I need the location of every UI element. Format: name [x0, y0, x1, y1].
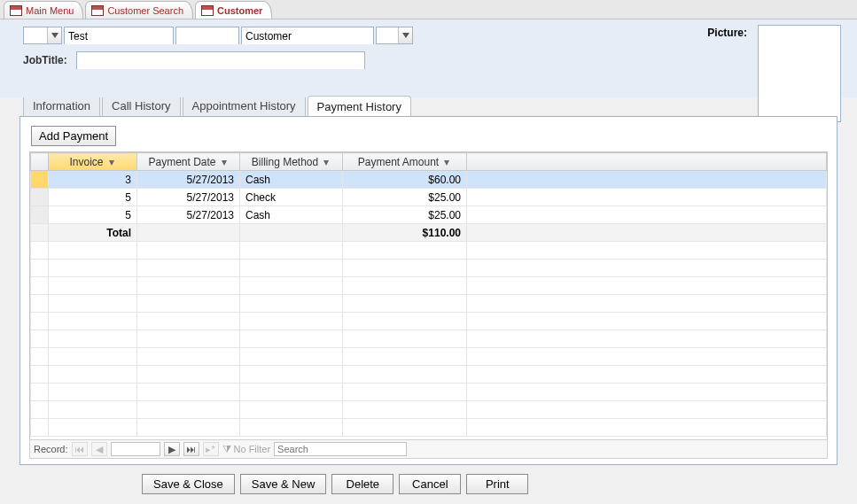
- window-tab-label: Customer: [217, 5, 262, 16]
- empty-row: [31, 401, 827, 419]
- cancel-button[interactable]: Cancel: [399, 474, 461, 494]
- nav-last-icon[interactable]: ⏭: [183, 442, 199, 456]
- chevron-down-icon[interactable]: ▾: [107, 156, 116, 168]
- picture-label: Picture:: [707, 27, 747, 39]
- table-row[interactable]: 3 5/27/2013 Cash $60.00: [31, 171, 827, 189]
- col-label: Payment Date: [148, 156, 215, 168]
- job-title-field[interactable]: [76, 51, 365, 69]
- empty-row: [31, 330, 827, 348]
- record-number-input[interactable]: [111, 442, 160, 456]
- col-billing-method[interactable]: Billing Method▾: [240, 153, 343, 171]
- col-label: Billing Method: [252, 156, 318, 168]
- empty-row: [31, 260, 827, 277]
- cell-empty: [240, 224, 343, 242]
- empty-row: [31, 242, 827, 260]
- empty-row: [31, 277, 827, 295]
- totals-label: Total: [49, 224, 137, 242]
- table-row[interactable]: 5 5/27/2013 Cash $25.00: [31, 206, 827, 224]
- col-invoice[interactable]: Invoice▾: [49, 153, 137, 171]
- record-search-input[interactable]: [274, 442, 407, 456]
- picture-box[interactable]: [758, 25, 841, 122]
- col-spacer: [467, 153, 827, 171]
- chevron-down-icon[interactable]: ▾: [322, 156, 331, 168]
- job-title-input[interactable]: [77, 53, 364, 69]
- col-payment-date[interactable]: Payment Date▾: [137, 153, 240, 171]
- empty-row: [31, 313, 827, 330]
- nav-next-icon[interactable]: ▶: [164, 442, 180, 456]
- name-prefix-combo[interactable]: [23, 27, 62, 44]
- add-payment-button[interactable]: Add Payment: [31, 126, 116, 146]
- chevron-down-icon[interactable]: ▾: [442, 156, 451, 168]
- cell-invoice[interactable]: 3: [49, 171, 137, 189]
- svg-marker-0: [51, 33, 58, 38]
- name-prefix-input[interactable]: [24, 27, 47, 43]
- last-name-input[interactable]: [242, 28, 373, 44]
- first-name-input[interactable]: [65, 28, 173, 44]
- name-suffix-combo[interactable]: [376, 27, 413, 44]
- cell-date[interactable]: 5/27/2013: [137, 206, 240, 224]
- nav-new-icon[interactable]: ▸*: [203, 442, 219, 456]
- col-label: Payment Amount: [358, 156, 439, 168]
- save-close-button[interactable]: Save & Close: [142, 474, 235, 494]
- window-tab-main-menu[interactable]: Main Menu: [4, 1, 83, 19]
- nav-prev-icon[interactable]: ◀: [91, 442, 107, 456]
- cell-spacer: [467, 224, 827, 242]
- tab-information[interactable]: Information: [23, 95, 100, 116]
- first-name-field[interactable]: [64, 27, 174, 44]
- totals-amount: $110.00: [343, 224, 467, 242]
- cell-spacer: [467, 171, 827, 189]
- last-name-field[interactable]: [241, 27, 374, 44]
- cell-spacer: [467, 206, 827, 224]
- chevron-down-icon[interactable]: [398, 27, 412, 43]
- filter-indicator[interactable]: ⧩ No Filter: [222, 443, 271, 455]
- cell-method[interactable]: Cash: [240, 171, 343, 189]
- record-label: Record:: [34, 444, 68, 454]
- row-selector[interactable]: [31, 171, 49, 189]
- col-payment-amount[interactable]: Payment Amount▾: [343, 153, 467, 171]
- name-suffix-input[interactable]: [377, 27, 398, 43]
- empty-row: [31, 348, 827, 366]
- window-tab-label: Customer Search: [107, 5, 183, 16]
- empty-row: [31, 419, 827, 437]
- col-label: Invoice: [69, 156, 103, 168]
- totals-row: Total $110.00: [31, 224, 827, 242]
- empty-row: [31, 366, 827, 384]
- tab-call-history[interactable]: Call History: [102, 95, 180, 116]
- cell-invoice[interactable]: 5: [49, 189, 137, 206]
- cell-empty: [137, 224, 240, 242]
- middle-name-field[interactable]: [175, 27, 239, 44]
- window-tab-customer-search[interactable]: Customer Search: [85, 1, 193, 19]
- payments-grid: Invoice▾ Payment Date▾ Billing Method▾ P…: [29, 151, 828, 440]
- cell-spacer: [467, 189, 827, 206]
- cell-amount[interactable]: $60.00: [343, 171, 467, 189]
- customer-header-form: JobTitle: Picture:: [0, 19, 857, 97]
- row-selector[interactable]: [31, 206, 49, 224]
- empty-row: [31, 384, 827, 401]
- save-new-button[interactable]: Save & New: [240, 474, 327, 494]
- no-filter-label: No Filter: [234, 444, 271, 454]
- record-navigator: Record: ⏮ ◀ ▶ ⏭ ▸* ⧩ No Filter: [29, 439, 828, 459]
- chevron-down-icon[interactable]: [47, 27, 61, 43]
- table-row[interactable]: 5 5/27/2013 Check $25.00: [31, 189, 827, 206]
- cell-date[interactable]: 5/27/2013: [137, 189, 240, 206]
- cell-amount[interactable]: $25.00: [343, 189, 467, 206]
- row-selector[interactable]: [31, 189, 49, 206]
- cell-date[interactable]: 5/27/2013: [137, 171, 240, 189]
- tab-payment-history[interactable]: Payment History: [308, 96, 411, 117]
- row-selector-header[interactable]: [31, 153, 49, 171]
- window-tab-label: Main Menu: [26, 5, 74, 16]
- chevron-down-icon[interactable]: ▾: [220, 156, 229, 168]
- form-icon: [91, 5, 104, 16]
- print-button[interactable]: Print: [466, 474, 528, 494]
- empty-row: [31, 295, 827, 313]
- form-icon: [10, 5, 22, 16]
- delete-button[interactable]: Delete: [331, 474, 393, 494]
- cell-method[interactable]: Cash: [240, 206, 343, 224]
- cell-amount[interactable]: $25.00: [343, 206, 467, 224]
- window-tab-customer[interactable]: Customer: [195, 1, 272, 19]
- middle-name-input[interactable]: [176, 28, 238, 44]
- cell-method[interactable]: Check: [240, 189, 343, 206]
- tab-appointment-history[interactable]: Appointment History: [183, 95, 306, 116]
- nav-first-icon[interactable]: ⏮: [72, 442, 88, 456]
- cell-invoice[interactable]: 5: [49, 206, 137, 224]
